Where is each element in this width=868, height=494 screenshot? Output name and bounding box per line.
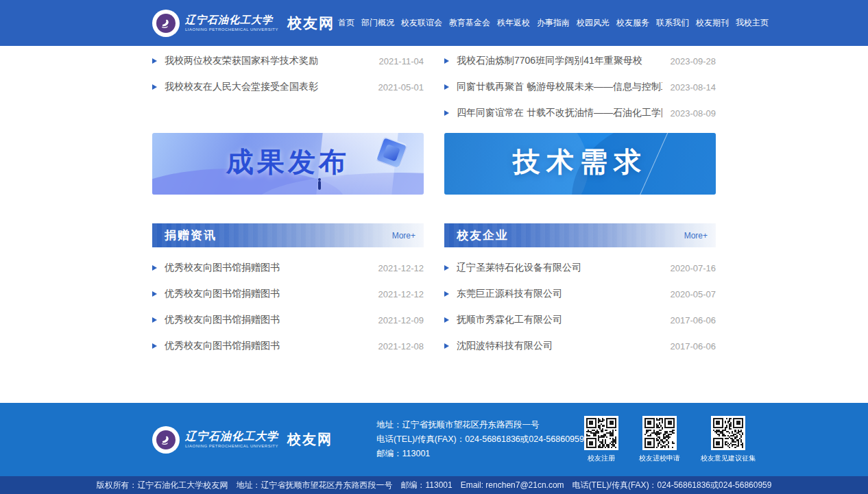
bullet-triangle-icon bbox=[444, 110, 449, 116]
news-date: 2023-08-14 bbox=[671, 82, 716, 92]
university-name: 辽宁石油化工大学 bbox=[185, 431, 278, 442]
news-date: 2017-06-06 bbox=[671, 315, 716, 325]
bullet-triangle-icon bbox=[152, 343, 157, 349]
news-date: 2021-12-09 bbox=[378, 315, 424, 325]
news-title: 抚顺市秀霖化工有限公司 bbox=[457, 314, 662, 326]
section-title: 校友企业 bbox=[457, 227, 509, 243]
news-date: 2020-07-16 bbox=[671, 263, 716, 273]
bullet-triangle-icon bbox=[444, 343, 449, 349]
news-date: 2021-05-01 bbox=[378, 82, 424, 92]
news-title: 同窗廿载再聚首 畅游母校展未来——信息与控制工程... bbox=[457, 81, 662, 93]
footer-address: 地址：辽宁省抚顺市望花区丹东路西段一号 bbox=[376, 418, 584, 432]
news-date: 2023-09-28 bbox=[671, 56, 716, 66]
bullet-triangle-icon bbox=[152, 291, 157, 297]
footer: 辽宁石油化工大学 LIAONING PETROCHEMICAL UNIVERSI… bbox=[0, 403, 868, 476]
banner-label: 技术需求 bbox=[444, 143, 716, 181]
news-item[interactable]: 优秀校友向图书馆捐赠图书 2021-12-08 bbox=[152, 333, 424, 359]
nav-item-education-foundation[interactable]: 教育基金会 bbox=[446, 17, 494, 29]
news-list-right: 我校石油炼制7706班同学阔别41年重聚母校 2023-09-28 同窗廿载再聚… bbox=[444, 46, 716, 126]
news-item[interactable]: 沈阳波特科技有限公司 2017-06-06 bbox=[444, 333, 716, 359]
qr-label: 校友意见建议征集 bbox=[701, 454, 756, 463]
qr-item: 校友意见建议征集 bbox=[701, 416, 756, 463]
brand-logo-link[interactable]: 辽宁石油化工大学 LIAONING PETROCHEMICAL UNIVERSI… bbox=[152, 10, 335, 37]
banner-achievement-release[interactable]: 成果发布 bbox=[152, 133, 424, 195]
bullet-triangle-icon bbox=[444, 291, 449, 297]
news-item[interactable]: 优秀校友向图书馆捐赠图书 2021-12-12 bbox=[152, 255, 424, 281]
banner-tech-requirements[interactable]: 技术需求 bbox=[444, 133, 716, 195]
nav-item-university-home[interactable]: 我校主页 bbox=[732, 17, 772, 29]
news-title: 我校石油炼制7706班同学阔别41年重聚母校 bbox=[457, 55, 662, 67]
bullet-triangle-icon bbox=[444, 84, 449, 90]
enterprise-list: 辽宁圣莱特石化设备有限公司 2020-07-16 东莞巨正源科技有限公司 202… bbox=[444, 247, 716, 359]
qr-code-entry-application bbox=[642, 416, 677, 450]
nav-item-alumni-services[interactable]: 校友服务 bbox=[613, 17, 653, 29]
bullet-triangle-icon bbox=[444, 317, 449, 323]
news-date: 2020-05-07 bbox=[671, 289, 716, 299]
footer-phone: 电话(TEL)/传真(FAX)：024-56861836或024-5686095… bbox=[376, 432, 584, 447]
bullet-triangle-icon bbox=[152, 84, 157, 90]
qr-label: 校友注册 bbox=[588, 454, 615, 463]
news-title: 优秀校友向图书馆捐赠图书 bbox=[165, 288, 370, 300]
main-menu: 首页 部门概况 校友联谊会 教育基金会 秩年返校 办事指南 校园风光 校友服务 … bbox=[335, 17, 772, 29]
site-title: 校友网 bbox=[287, 430, 333, 449]
university-name-en: LIAONING PETROCHEMICAL UNIVERSITY bbox=[185, 444, 278, 448]
enterprise-more-link[interactable]: More+ bbox=[684, 231, 708, 240]
bullet-triangle-icon bbox=[152, 58, 157, 64]
news-title: 优秀校友向图书馆捐赠图书 bbox=[165, 340, 370, 352]
university-name-en: LIAONING PETROCHEMICAL UNIVERSITY bbox=[185, 27, 278, 32]
copyright-text: 版权所有：辽宁石油化工大学校友网 地址：辽宁省抚顺市望花区丹东路西段一号 邮编：… bbox=[97, 480, 772, 491]
bullet-triangle-icon bbox=[152, 317, 157, 323]
nav-item-campus-scenery[interactable]: 校园风光 bbox=[573, 17, 613, 29]
news-title: 辽宁圣莱特石化设备有限公司 bbox=[457, 262, 662, 274]
bullet-triangle-icon bbox=[152, 265, 157, 271]
section-title: 捐赠资讯 bbox=[165, 227, 217, 243]
site-title: 校友网 bbox=[287, 14, 335, 33]
news-item[interactable]: 我校石油炼制7706班同学阔别41年重聚母校 2023-09-28 bbox=[444, 48, 716, 74]
top-navbar: 辽宁石油化工大学 LIAONING PETROCHEMICAL UNIVERSI… bbox=[0, 0, 868, 46]
nav-item-alumni-association[interactable]: 校友联谊会 bbox=[398, 17, 446, 29]
section-header-donation: 捐赠资讯 More+ bbox=[152, 223, 424, 247]
news-item[interactable]: 我校校友在人民大会堂接受全国表彰 2021-05-01 bbox=[152, 74, 424, 100]
news-title: 优秀校友向图书馆捐赠图书 bbox=[165, 262, 370, 274]
nav-item-departments[interactable]: 部门概况 bbox=[358, 17, 398, 29]
news-item[interactable]: 优秀校友向图书馆捐赠图书 2021-12-09 bbox=[152, 307, 424, 333]
university-seal-logo bbox=[152, 426, 180, 454]
news-title: 我校校友在人民大会堂接受全国表彰 bbox=[165, 81, 370, 93]
nav-item-contact-us[interactable]: 联系我们 bbox=[653, 17, 692, 29]
news-date: 2023-08-09 bbox=[671, 108, 716, 119]
news-item[interactable]: 辽宁圣莱特石化设备有限公司 2020-07-16 bbox=[444, 255, 716, 281]
news-item[interactable]: 抚顺市秀霖化工有限公司 2017-06-06 bbox=[444, 307, 716, 333]
nav-item-guide[interactable]: 办事指南 bbox=[533, 17, 573, 29]
qr-code-group: 校友注册 校友进校申请 校友意见建议征集 bbox=[584, 416, 756, 463]
footer-zip: 邮编：113001 bbox=[376, 447, 584, 461]
news-title: 优秀校友向图书馆捐赠图书 bbox=[165, 314, 370, 326]
news-item[interactable]: 优秀校友向图书馆捐赠图书 2021-12-12 bbox=[152, 281, 424, 307]
qr-label: 校友进校申请 bbox=[639, 454, 680, 463]
person-silhouette-icon bbox=[318, 181, 321, 190]
nav-item-home[interactable]: 首页 bbox=[335, 17, 358, 29]
page: 辽宁石油化工大学 LIAONING PETROCHEMICAL UNIVERSI… bbox=[0, 0, 868, 494]
news-item[interactable]: 同窗廿载再聚首 畅游母校展未来——信息与控制工程... 2023-08-14 bbox=[444, 74, 716, 100]
bullet-triangle-icon bbox=[444, 265, 449, 271]
nav-item-alumni-journal[interactable]: 校友期刊 bbox=[692, 17, 732, 29]
news-date: 2021-12-12 bbox=[378, 289, 424, 299]
news-date: 2021-12-08 bbox=[378, 341, 424, 351]
news-item[interactable]: 我校两位校友荣获国家科学技术奖励 2021-11-04 bbox=[152, 48, 424, 74]
news-item[interactable]: 四年同窗谊常在 廿载不改抚油情——石油化工学院化... 2023-08-09 bbox=[444, 100, 716, 126]
university-name: 辽宁石油化工大学 bbox=[185, 15, 278, 25]
donation-more-link[interactable]: More+ bbox=[392, 231, 415, 240]
qr-code-feedback bbox=[711, 416, 745, 450]
copyright-bar: 版权所有：辽宁石油化工大学校友网 地址：辽宁省抚顺市望花区丹东路西段一号 邮编：… bbox=[0, 476, 868, 494]
qr-code-register bbox=[584, 416, 618, 450]
nav-item-anniversary-return[interactable]: 秩年返校 bbox=[494, 17, 533, 29]
main-content: 我校两位校友荣获国家科学技术奖励 2021-11-04 我校校友在人民大会堂接受… bbox=[0, 46, 868, 403]
bullet-triangle-icon bbox=[444, 58, 449, 64]
news-title: 我校两位校友荣获国家科学技术奖励 bbox=[165, 55, 370, 67]
news-date: 2017-06-06 bbox=[671, 341, 716, 351]
news-date: 2021-12-12 bbox=[378, 263, 424, 273]
news-item[interactable]: 东莞巨正源科技有限公司 2020-05-07 bbox=[444, 281, 716, 307]
qr-item: 校友注册 bbox=[584, 416, 618, 463]
news-title: 沈阳波特科技有限公司 bbox=[457, 340, 662, 352]
section-header-enterprise: 校友企业 More+ bbox=[444, 223, 716, 247]
swan-icon bbox=[156, 430, 176, 449]
